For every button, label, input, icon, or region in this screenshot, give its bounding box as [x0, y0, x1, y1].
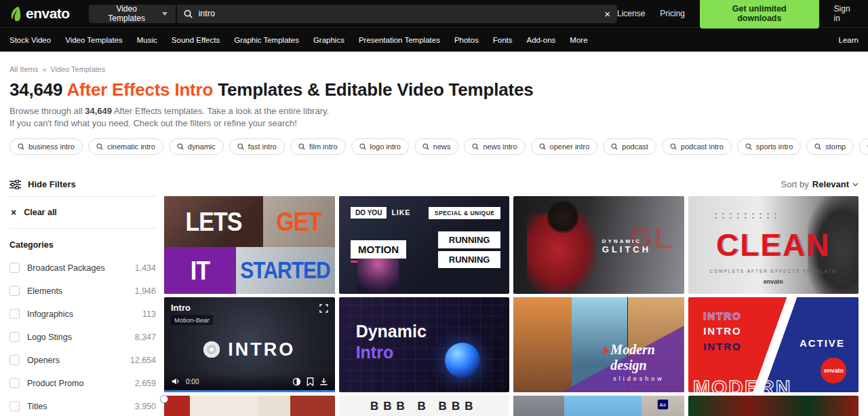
checkbox-product-promo[interactable] — [9, 378, 20, 388]
category-elements[interactable]: Elements 1,946 — [9, 286, 156, 296]
tag-label: podcast intro — [681, 143, 724, 151]
tag-podcast[interactable]: podcast — [603, 138, 656, 155]
category-openers[interactable]: Openers 12,654 — [9, 355, 156, 365]
template-card-lets-get-it-started[interactable]: LETS GET IT STARTED — [164, 196, 335, 294]
category-count: 1,434 — [135, 263, 156, 273]
tag-news-intro[interactable]: news intro — [464, 138, 525, 155]
checkbox-titles[interactable] — [9, 401, 20, 411]
filters-sidebar: × Clear all Categories Broadcast Package… — [9, 196, 156, 416]
envato-logo[interactable]: envato — [9, 5, 70, 22]
video-author[interactable]: Motion-Bear — [171, 315, 213, 325]
tag-cinematic-intro[interactable]: cinematic intro — [88, 138, 163, 155]
search-input[interactable] — [199, 9, 599, 18]
template-card-partial-1[interactable] — [164, 396, 335, 416]
tag-dynamic[interactable]: dynamic — [169, 138, 224, 155]
category-logo-stings[interactable]: Logo Stings 8,347 — [9, 332, 156, 342]
checkbox-infographics[interactable] — [9, 309, 20, 319]
clear-all-button[interactable]: × Clear all — [9, 197, 156, 229]
category-dropdown[interactable]: Video Templates — [89, 5, 176, 23]
search-icon — [177, 143, 184, 150]
tag-podcast-intro[interactable]: podcast intro — [662, 138, 732, 155]
dots-decoration — [712, 212, 781, 219]
tag-stomp[interactable]: stomp — [806, 138, 854, 155]
license-link[interactable]: License — [617, 9, 645, 18]
tag-sports-intro[interactable]: sports intro — [737, 138, 801, 155]
category-product-promo[interactable]: Product Promo 2,659 — [9, 378, 156, 388]
contrast-icon[interactable] — [292, 377, 301, 386]
search-icon — [422, 143, 429, 150]
template-card-intro-player[interactable]: Intro Motion-Bear INTRO 0:00 — [164, 297, 335, 392]
download-icon[interactable] — [319, 377, 328, 386]
video-timestamp: 0:00 — [186, 378, 199, 385]
breadcrumb-all-items[interactable]: All Items — [9, 65, 38, 73]
top-links: License Pricing Get unlimited downloads … — [617, 0, 859, 29]
thumb-word: BBB B BBB — [370, 400, 477, 413]
tag-film-intro[interactable]: film intro — [290, 138, 346, 155]
nav-item-more[interactable]: More — [570, 36, 587, 44]
volume-icon[interactable] — [171, 377, 180, 385]
checkbox-elements[interactable] — [9, 286, 20, 296]
checkbox-broadcast-packages[interactable] — [9, 263, 20, 273]
tag-youtube[interactable]: youtube — [859, 138, 868, 155]
related-search-tags: business intro cinematic intro dynamic f… — [9, 138, 859, 155]
video-progress-bar[interactable] — [164, 390, 335, 392]
template-card-dynamic-glitch[interactable]: GL DYNAMIC GLITCH — [513, 196, 684, 294]
category-titles[interactable]: Titles 3,950 — [9, 401, 156, 411]
template-card-dynamic-intro[interactable]: Dynamic Intro — [339, 297, 510, 392]
nav-item-add-ons[interactable]: Add-ons — [526, 36, 555, 44]
tag-business-intro[interactable]: business intro — [9, 138, 83, 155]
tag-label: cinematic intro — [107, 143, 155, 151]
nav-item-music[interactable]: Music — [137, 36, 157, 44]
tag-fast-intro[interactable]: fast intro — [229, 138, 285, 155]
checkbox-openers[interactable] — [9, 355, 20, 365]
template-card-intro-active[interactable]: INTRO INTRO INTRO ACTIVE MODERN envato — [688, 297, 859, 392]
tag-opener-intro[interactable]: opener intro — [531, 138, 598, 155]
category-infographics[interactable]: Infographics 113 — [9, 309, 156, 319]
template-card-partial-4[interactable] — [688, 396, 859, 416]
tag-news[interactable]: news — [414, 138, 459, 155]
template-card-motion-running[interactable]: DO YOU LIKE SPECIAL & UNIQUE MOTION RUNN… — [339, 196, 510, 294]
hide-filters-button[interactable]: Hide Filters — [9, 179, 76, 189]
after-effects-badge: Ae — [657, 399, 669, 410]
search-bar[interactable]: × — [177, 5, 617, 23]
template-card-partial-2[interactable]: BBB B BBB — [339, 396, 510, 416]
clear-search-icon[interactable]: × — [604, 9, 610, 19]
tag-label: dynamic — [188, 143, 216, 151]
thumb-word: GLITCH — [602, 244, 651, 254]
nav-item-fonts[interactable]: Fonts — [493, 36, 513, 44]
nav-item-photos[interactable]: Photos — [454, 36, 479, 44]
nav-item-graphics[interactable]: Graphics — [313, 36, 344, 44]
player-controls: 0:00 — [164, 373, 335, 390]
nav-item-learn[interactable]: Learn — [839, 36, 859, 44]
tag-label: sports intro — [756, 143, 793, 151]
category-broadcast-packages[interactable]: Broadcast Packages 1,434 — [9, 263, 156, 273]
thumb-title: INTRO — [228, 339, 295, 360]
breadcrumb-video-templates[interactable]: Video Templates — [50, 65, 105, 73]
nav-item-graphic-templates[interactable]: Graphic Templates — [234, 36, 299, 44]
nav-item-video-templates[interactable]: Video Templates — [65, 36, 123, 44]
expand-icon[interactable] — [319, 304, 328, 313]
bookmark-icon[interactable] — [307, 377, 314, 386]
tag-logo-intro[interactable]: logo intro — [351, 138, 409, 155]
template-card-partial-3[interactable]: Ae — [513, 396, 684, 416]
search-area: Video Templates × — [89, 5, 617, 23]
results-grid: LETS GET IT STARTED DO YOU LIKE SPECIAL … — [164, 196, 859, 416]
checkbox-logo-stings[interactable] — [9, 332, 20, 342]
thumb-word: Modern design — [610, 342, 684, 373]
player-scrubber-handle[interactable] — [161, 396, 167, 402]
pricing-link[interactable]: Pricing — [660, 9, 685, 18]
thumb-block: LETS — [164, 196, 263, 247]
sign-in-link[interactable]: Sign in — [834, 4, 859, 23]
nav-item-sound-effects[interactable]: Sound Effects — [172, 36, 220, 44]
category-count: 8,347 — [135, 333, 156, 342]
template-card-modern-design-slideshow[interactable]: Modern design slideshow — [513, 297, 684, 392]
get-unlimited-downloads-button[interactable]: Get unlimited downloads — [700, 0, 819, 29]
logo-circle — [203, 341, 220, 358]
sort-dropdown[interactable]: Sort by Relevant — [781, 179, 859, 189]
template-card-clean[interactable]: CLEAN COMPLETE AFTER EFFECTS TEMPLATE en… — [688, 196, 859, 294]
categories-heading: Categories — [9, 240, 156, 250]
nav-item-stock-video[interactable]: Stock Video — [9, 36, 51, 44]
tag-label: news — [433, 143, 451, 151]
nav-item-presentation-templates[interactable]: Presentation Templates — [359, 36, 440, 44]
thumb-word: GET — [276, 206, 321, 237]
